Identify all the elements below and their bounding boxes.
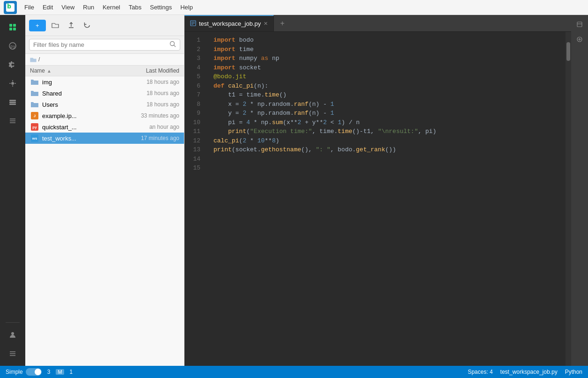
file-time-shared: 18 hours ago: [118, 90, 179, 96]
refresh-button[interactable]: [81, 19, 94, 32]
menu-kernel[interactable]: Kernel: [99, 3, 124, 12]
svg-point-17: [170, 42, 175, 46]
file-row-img[interactable]: img 18 hours ago: [25, 76, 184, 88]
file-name-quickstart: quickstart_...: [42, 124, 118, 131]
code-line-11: pi = 4 * np.sum(x**2 + y**2 < 1) / n: [206, 118, 566, 127]
tab-close-button[interactable]: ✕: [264, 21, 268, 27]
breadcrumb-path: /: [38, 56, 40, 63]
code-line-15: print(socket.gethostname(), ": ", bodo.g…: [206, 145, 566, 155]
sidebar-item-deploy[interactable]: [4, 75, 21, 92]
new-button[interactable]: +: [29, 20, 46, 31]
menu-help[interactable]: Help: [176, 3, 197, 12]
code-line-12: print("Execution time:", time.time()-t1,…: [206, 127, 566, 136]
tab-bar: test_workspace_job.py ✕ +: [184, 15, 571, 32]
svg-rect-23: [577, 22, 582, 27]
svg-rect-1: [9, 28, 12, 30]
svg-rect-3: [13, 28, 16, 30]
file-list-header[interactable]: Name ▲ Last Modified: [25, 66, 184, 76]
sidebar-item-files[interactable]: [4, 19, 21, 36]
folder-icon-shared: [30, 89, 39, 97]
file-row-shared[interactable]: Shared 18 hours ago: [25, 88, 184, 99]
code-line-9: x = 2 * np.random.ranf(n) - 1: [206, 100, 566, 109]
menu-view[interactable]: View: [58, 3, 78, 12]
menu-edit[interactable]: Edit: [39, 3, 57, 12]
sidebar-item-menu[interactable]: [4, 345, 21, 362]
header-name: Name ▲: [30, 67, 118, 74]
right-icon-2[interactable]: [573, 33, 586, 46]
sidebar-item-python[interactable]: py: [4, 37, 21, 54]
file-panel: + / Name: [25, 15, 184, 366]
scrollbar-thumb[interactable]: [566, 42, 570, 61]
simple-label: Simple: [6, 369, 23, 375]
code-editor: 12345 678910 1112131415 import bodo impo…: [184, 32, 571, 366]
right-sidebar: [571, 15, 588, 366]
file-name-test: test_works...: [42, 135, 118, 142]
app-logo: b: [4, 1, 17, 14]
svg-rect-9: [9, 104, 16, 105]
toggle-thumb: [35, 369, 41, 375]
code-line-10: y = 2 * np.random.ranf(n) - 1: [206, 109, 566, 118]
new-tab-button[interactable]: +: [276, 17, 289, 30]
code-content[interactable]: import bodo import time import numpy as …: [206, 32, 566, 366]
sidebar-item-user[interactable]: [4, 326, 21, 343]
search-input-wrap: [29, 39, 180, 51]
file-row-quickstart[interactable]: py quickstart_... an hour ago: [25, 121, 184, 133]
header-modified: Last Modified: [118, 67, 179, 74]
upload-button[interactable]: [65, 19, 78, 32]
menubar: b File Edit View Run Kernel Tabs Setting…: [0, 0, 588, 15]
file-time-example: 33 minutes ago: [118, 112, 179, 119]
file-name-users: Users: [42, 101, 118, 108]
cursor-col: 1: [70, 369, 73, 375]
cursor-line: 3: [47, 369, 51, 375]
sidebar-item-settings[interactable]: [4, 56, 21, 73]
sidebar-item-list[interactable]: [4, 112, 21, 129]
open-folder-button[interactable]: [49, 19, 62, 32]
code-line-14: calc_pi(2 * 10**8): [206, 136, 566, 146]
sort-arrow-icon: ▲: [47, 68, 51, 74]
right-icon-1[interactable]: [573, 18, 586, 31]
folder-icon-users: [30, 101, 39, 108]
folder-icon-img: [30, 78, 39, 86]
menu-file[interactable]: File: [21, 3, 38, 12]
search-icon: [169, 41, 176, 49]
file-row-users[interactable]: Users 18 hours ago: [25, 99, 184, 110]
menu-run[interactable]: Run: [79, 3, 98, 12]
file-list: img 18 hours ago Shared 18 hours ago Use…: [25, 76, 184, 366]
code-line-4: import socket: [206, 63, 566, 73]
file-name-example: example.ip...: [42, 112, 118, 119]
status-left: Simple 3 M 1: [6, 368, 73, 376]
file-time-img: 18 hours ago: [118, 79, 179, 85]
menu-settings[interactable]: Settings: [146, 3, 176, 12]
ws-icon-test: ws: [30, 134, 39, 142]
search-row: [25, 36, 184, 54]
editor-area: test_workspace_job.py ✕ + 12345 678910 1…: [184, 15, 571, 366]
vertical-scrollbar[interactable]: [566, 32, 571, 366]
spaces-label: Spaces: 4: [468, 369, 492, 375]
code-line-2: import time: [206, 45, 566, 54]
simple-toggle[interactable]: Simple: [6, 368, 42, 376]
sidebar-divider: [6, 322, 20, 323]
main-layout: py +: [0, 15, 588, 366]
file-toolbar: +: [25, 15, 184, 36]
file-name-status: test_workspace_job.py: [500, 369, 558, 375]
search-input[interactable]: [33, 41, 169, 48]
svg-point-6: [11, 82, 14, 85]
tab-file-name: test_workspace_job.py: [199, 20, 261, 27]
status-bar: Simple 3 M 1 Spaces: 4 test_workspace_jo…: [0, 366, 588, 378]
file-row-test-workspace[interactable]: ws test_works... 17 minutes ago: [25, 133, 184, 144]
svg-text:py: py: [10, 44, 15, 49]
editor-tab-active[interactable]: test_workspace_job.py ✕: [184, 15, 274, 31]
menu-tabs[interactable]: Tabs: [125, 3, 145, 12]
file-time-test: 17 minutes ago: [118, 135, 179, 141]
svg-rect-0: [9, 24, 12, 27]
sidebar-item-layers[interactable]: [4, 94, 21, 111]
file-row-example[interactable]: J example.ip... 33 minutes ago: [25, 110, 184, 121]
cursor-mode-icon: M: [56, 369, 64, 375]
status-right: Spaces: 4 test_workspace_job.py Python: [468, 369, 582, 375]
code-line-3: import numpy as np: [206, 54, 566, 63]
toggle-track[interactable]: [26, 368, 42, 376]
svg-rect-7: [9, 100, 16, 101]
plus-icon: +: [36, 22, 39, 29]
file-time-quickstart: an hour ago: [118, 124, 179, 130]
py-icon-quickstart: py: [30, 123, 39, 131]
